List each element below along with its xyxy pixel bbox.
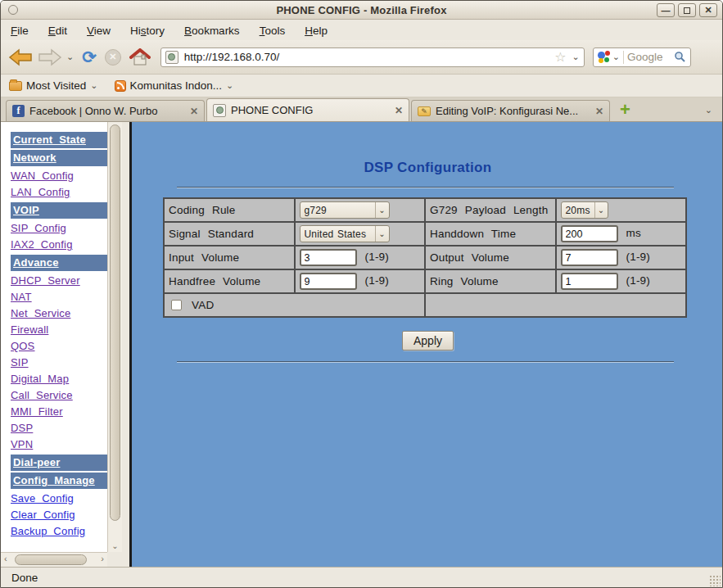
ring-volume-label: Ring Volume xyxy=(425,269,556,293)
url-bar[interactable]: ☆ ⌄ xyxy=(160,47,585,67)
scroll-down-icon[interactable]: ⌄ xyxy=(108,541,122,550)
folder-icon xyxy=(9,81,22,91)
sidebar-item-voip[interactable]: VOIP xyxy=(11,202,107,219)
table-row: Input Volume (1-9) Output Volume (1-9) xyxy=(164,246,686,269)
signal-standard-select[interactable]: United States⌄ xyxy=(300,225,390,242)
chevron-down-icon: ⌄ xyxy=(226,81,233,90)
search-input[interactable] xyxy=(627,51,674,63)
sidebar-item-digital-map[interactable]: Digital Map xyxy=(11,371,69,387)
sidebar-item-wan-config[interactable]: WAN Config xyxy=(11,168,74,184)
facebook-icon: f xyxy=(12,105,25,117)
menu-file[interactable]: File xyxy=(11,25,29,37)
close-icon: ✕ xyxy=(704,5,712,16)
back-forward-dropdown[interactable]: ⌄ xyxy=(66,52,74,61)
sidebar-item-dsp[interactable]: DSP xyxy=(11,420,33,436)
list-all-tabs-icon[interactable]: ⌄ xyxy=(705,106,712,115)
sidebar-item-nat[interactable]: NAT xyxy=(11,289,32,305)
sidebar-item-current-state[interactable]: Current State xyxy=(11,132,107,148)
google-engine-icon[interactable] xyxy=(598,51,610,63)
sidebar-item-clear-config[interactable]: Clear Config xyxy=(11,507,75,523)
rss-feed-icon xyxy=(115,80,126,92)
apply-button[interactable]: Apply xyxy=(402,331,454,351)
g729-payload-select[interactable]: 20ms⌄ xyxy=(561,201,608,219)
resize-grip[interactable] xyxy=(709,575,721,586)
sidebar-item-lan-config[interactable]: LAN Config xyxy=(11,184,70,201)
sidebar-item-qos[interactable]: QOS xyxy=(11,338,35,355)
menu-tools[interactable]: Tools xyxy=(260,25,286,37)
tab-close-icon[interactable]: ✕ xyxy=(190,106,198,117)
output-volume-input[interactable] xyxy=(561,249,618,266)
table-row: Coding Rule g729⌄ G729 Payload Length 20… xyxy=(164,198,686,222)
sidebar-item-call-service[interactable]: Call Service xyxy=(11,387,73,404)
forward-button[interactable] xyxy=(37,47,63,67)
vad-checkbox[interactable] xyxy=(171,300,182,310)
search-box[interactable]: ⌄ xyxy=(593,47,691,67)
table-row: VAD xyxy=(164,293,686,317)
sidebar-item-config-manage[interactable]: Config Manage xyxy=(11,473,107,489)
sidebar-item-iax2-config[interactable]: IAX2 Config xyxy=(11,237,73,253)
title-bar[interactable]: PHONE CONFIG - Mozilla Firefox — ✕ xyxy=(1,1,722,20)
handdown-time-label: Handdown Time xyxy=(425,222,556,246)
sidebar-item-network[interactable]: Network xyxy=(11,150,107,166)
sidebar-item-vpn[interactable]: VPN xyxy=(11,436,33,453)
window-controls: — ✕ xyxy=(657,3,717,17)
sidebar-item-advance[interactable]: Advance xyxy=(11,255,107,271)
g729-payload-label: G729 Payload Length xyxy=(425,198,556,222)
search-icon[interactable] xyxy=(674,51,686,63)
chevron-down-icon: ⌄ xyxy=(375,226,389,242)
bookmark-most-visited[interactable]: Most Visited ⌄ xyxy=(9,79,98,92)
scroll-left-icon[interactable]: ‹ xyxy=(4,554,7,563)
sidebar-item-dhcp-server[interactable]: DHCP Server xyxy=(11,273,80,289)
menu-help[interactable]: Help xyxy=(305,25,328,37)
menu-edit[interactable]: Edit xyxy=(48,25,67,37)
menu-bookmarks[interactable]: Bookmarks xyxy=(184,25,240,37)
sidebar-item-firewall[interactable]: Firewall xyxy=(11,322,48,338)
search-engine-dropdown[interactable]: ⌄ xyxy=(612,52,620,61)
page-title: DSP Configuration xyxy=(132,160,723,176)
tab-close-icon[interactable]: ✕ xyxy=(395,105,403,116)
sidebar-horizontal-scrollbar[interactable]: ‹ › xyxy=(1,552,107,567)
close-button[interactable]: ✕ xyxy=(699,3,717,17)
sidebar-nav: Current StateNetworkWAN ConfigLAN Config… xyxy=(1,122,107,552)
scrollbar-thumb[interactable] xyxy=(15,554,87,565)
scrollbar-thumb[interactable] xyxy=(110,124,120,521)
minimize-button[interactable]: — xyxy=(657,3,675,17)
tab-facebook[interactable]: f Facebook | Onno W. Purbo ✕ xyxy=(6,100,205,121)
sidebar-item-backup-config[interactable]: Backup Config xyxy=(11,523,85,540)
input-volume-label: Input Volume xyxy=(164,246,295,269)
ring-volume-input[interactable] xyxy=(561,273,618,290)
home-button[interactable] xyxy=(129,48,151,66)
url-dropdown-icon[interactable]: ⌄ xyxy=(572,52,580,61)
sidebar-item-net-service[interactable]: Net Service xyxy=(11,305,70,322)
handfree-volume-input[interactable] xyxy=(300,273,357,290)
phone-config-favicon xyxy=(213,104,226,117)
scroll-right-icon[interactable]: › xyxy=(101,554,104,563)
new-tab-button[interactable]: + xyxy=(620,101,630,119)
tab-bar: f Facebook | Onno W. Purbo ✕ PHONE CONFI… xyxy=(1,97,722,122)
sidebar-item-dial-peer[interactable]: Dial-peer xyxy=(11,455,107,471)
sidebar-item-sip[interactable]: SIP xyxy=(11,355,29,371)
reload-button[interactable]: ⟳ xyxy=(82,47,97,67)
home-icon xyxy=(129,48,151,66)
tab-editing-voip[interactable]: ✎ Editing VoIP: Konfigurasi Ne... ✕ xyxy=(411,100,610,121)
sidebar-item-save-config[interactable]: Save Config xyxy=(11,491,74,507)
menu-view[interactable]: View xyxy=(87,25,111,37)
tab-close-icon[interactable]: ✕ xyxy=(595,106,603,117)
sidebar-item-sip-config[interactable]: SIP Config xyxy=(11,220,66,237)
url-input[interactable] xyxy=(184,51,554,63)
bookmark-star-icon[interactable]: ☆ xyxy=(554,51,566,64)
bookmark-komunitas[interactable]: Komunitas Indon... ⌄ xyxy=(115,79,234,92)
back-button[interactable] xyxy=(7,47,34,67)
sidebar-vertical-scrollbar[interactable]: ⌄ xyxy=(107,122,122,552)
input-volume-input[interactable] xyxy=(300,249,357,266)
sidebar-item-mmi-filter[interactable]: MMI Filter xyxy=(11,404,63,420)
menu-history[interactable]: History xyxy=(130,25,165,37)
maximize-button[interactable] xyxy=(678,3,696,17)
output-volume-label: Output Volume xyxy=(425,246,556,269)
tab-phone-config[interactable]: PHONE CONFIG ✕ xyxy=(206,98,409,121)
signal-standard-label: Signal Standard xyxy=(164,222,295,246)
frame-divider[interactable] xyxy=(122,122,132,567)
stop-button[interactable]: ✕ xyxy=(105,49,121,66)
coding-rule-select[interactable]: g729⌄ xyxy=(300,201,390,219)
handdown-time-input[interactable] xyxy=(561,225,618,242)
